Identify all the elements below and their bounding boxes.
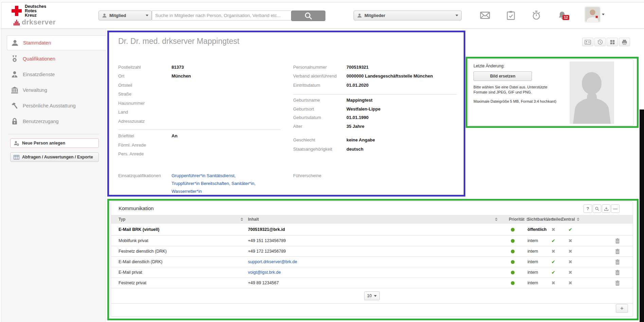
queries-exports-button[interactable]: Abfragen / Auswertungen / Exporte: [10, 152, 99, 162]
qualification-link[interactable]: Truppführer*in Bereitschaften, Sanitäter…: [172, 180, 255, 187]
field-row: Ortsteil: [118, 83, 172, 88]
qualification-link[interactable]: Wasserretter*in: [172, 187, 255, 195]
cell-sichtbarkeit: intern: [525, 259, 546, 264]
sort-icon[interactable]: [495, 218, 498, 221]
lock-icon: [11, 118, 18, 125]
table-toolbar: ? —: [584, 204, 620, 213]
field-row: Postleitzahl81373: [118, 65, 184, 70]
sidebar-item-benutzerzugang[interactable]: Benutzerzugang: [1, 114, 106, 129]
section-divider: [293, 94, 457, 95]
side-button-label: Neue Person anlegen: [22, 141, 65, 146]
table-row[interactable]: Festnetz dienstlich (DRK) +49 172 123456…: [111, 246, 633, 256]
upload-hint: Bitte wählen Sie eine Datei aus. Unterst…: [473, 85, 556, 95]
field-row: Führerscheine: [293, 173, 346, 179]
drkserver-app: Deutsches Rotes Kreuz drkserver Mitglied: [0, 0, 644, 322]
page-size-value: 10: [367, 293, 372, 298]
add-entry-button[interactable]: +: [616, 304, 628, 313]
collapse-icon[interactable]: —: [611, 204, 620, 213]
notification-badge: 12: [562, 15, 569, 20]
qualification-link[interactable]: Gruppenführer*in Sanitätsdienst,: [172, 172, 255, 180]
trash-icon[interactable]: [615, 270, 620, 275]
cell-sichtbarkeit: intern: [525, 238, 546, 243]
chevron-down-icon: [374, 295, 377, 297]
cell-typ: Festnetz dienstlich (DRK): [111, 249, 248, 254]
user-menu-caret[interactable]: [602, 14, 605, 15]
search-icon[interactable]: [593, 204, 601, 213]
trash-icon[interactable]: [615, 280, 620, 286]
replace-image-button[interactable]: Bild ersetzen: [473, 71, 532, 81]
sidebar-item-label: Verwaltung: [23, 87, 47, 93]
content-toolbar: [582, 38, 630, 46]
column-header-prioritaet[interactable]: Priorität: [500, 217, 525, 222]
field-row: OrtMünchen: [118, 73, 191, 79]
table-row[interactable]: E-Mail dienstlich (DRK) support.drkserve…: [111, 256, 633, 267]
drkserver-wordmark: drkserver: [14, 19, 56, 26]
column-header-typ[interactable]: Typ: [111, 217, 248, 222]
sort-icon[interactable]: [577, 218, 579, 221]
column-header-zentral[interactable]: Zentral: [561, 217, 580, 222]
page-size-select[interactable]: 10: [364, 291, 380, 300]
trash-icon[interactable]: [615, 249, 620, 254]
zentral-mark: ✖: [568, 270, 572, 275]
search-button[interactable]: [291, 11, 325, 21]
field-row: Verband aktenführend0000000 Landesgeschä…: [293, 73, 433, 79]
sort-icon[interactable]: [240, 218, 243, 221]
export-icon[interactable]: [602, 204, 610, 213]
priority-dot: [500, 250, 525, 253]
table-row[interactable]: E-Mail privat voigt@lgst.brk.de intern ✔…: [111, 267, 633, 277]
column-header-inhalt[interactable]: Inhalt: [248, 217, 500, 222]
priority-dot: [500, 281, 525, 285]
cell-sichtbarkeit: intern: [525, 270, 546, 275]
column-header-verteiler[interactable]: Verteiler: [546, 217, 561, 222]
module-select[interactable]: Mitglieder: [354, 11, 462, 20]
person-add-icon: [14, 140, 19, 146]
print-icon[interactable]: [619, 38, 630, 46]
chevron-down-icon: [455, 15, 458, 16]
cell-typ: E-Mail dienstlich (DRK): [111, 259, 248, 264]
cell-sichtbarkeit: intern: [525, 281, 546, 285]
trash-icon[interactable]: [615, 259, 620, 265]
user-avatar[interactable]: [585, 7, 600, 22]
tiles-icon[interactable]: [607, 38, 618, 46]
field-row: GeburtsortWestfalen-Lippe: [293, 106, 380, 112]
help-icon[interactable]: ?: [584, 204, 592, 213]
sidebar-item-qualifikationen[interactable]: Qualifikationen: [1, 51, 106, 67]
tasks-icon[interactable]: [505, 10, 517, 21]
table-row[interactable]: Festnetz privat +49 89 1234567 intern ✖ …: [111, 277, 633, 288]
zentral-mark: ✖: [568, 259, 572, 265]
field-row: Förml. Anrede: [118, 142, 172, 148]
search-scope-select[interactable]: Mitglied: [99, 11, 152, 20]
field-row: Personalnummer700519321: [293, 65, 369, 70]
table-row[interactable]: Mobilfunk privat +49 151 123456789 inter…: [111, 235, 633, 246]
person-icon: [357, 13, 362, 18]
cell-typ: E-Mail BRK (virtuell): [111, 227, 248, 232]
search-scope-label: Mitglied: [109, 13, 126, 18]
sidebar-item-verwaltung[interactable]: Verwaltung: [1, 82, 106, 98]
scrollbar[interactable]: [640, 109, 644, 322]
search-icon: [304, 12, 313, 20]
search-input[interactable]: [152, 11, 291, 20]
priority-dot: [500, 239, 525, 243]
history-icon[interactable]: [594, 38, 606, 46]
table-row[interactable]: E-Mail BRK (virtuell) 700519321@brk.id ö…: [111, 224, 633, 235]
field-row: Einsatzqualifikationen: [118, 173, 172, 179]
notifications-icon[interactable]: 12: [556, 10, 568, 21]
contact-card-icon[interactable]: [582, 38, 593, 46]
priority-dot: [500, 260, 525, 264]
column-header-sichtbarkeit[interactable]: Sichtbark...: [525, 217, 546, 222]
verteiler-mark: ✖: [551, 280, 555, 286]
sidebar-item-stammdaten[interactable]: Stammdaten: [7, 35, 106, 50]
reminder-icon[interactable]: [531, 10, 542, 21]
sidebar-item-label: Stammdaten: [23, 40, 51, 46]
mail-icon[interactable]: [479, 10, 491, 21]
field-row: Eintrittsdatum01.01.2020: [293, 83, 369, 88]
sidebar-item-einsatzdienste[interactable]: Einsatzdienste: [1, 67, 106, 82]
zentral-mark: ✖: [568, 280, 572, 286]
sidebar-item-persoenliche-ausstattung[interactable]: Persönliche Ausstattung: [1, 98, 106, 114]
bank-icon: [11, 86, 18, 94]
zentral-mark: ✖: [568, 249, 572, 254]
section-divider: [118, 130, 281, 130]
field-row: Straße: [118, 91, 172, 97]
new-person-button[interactable]: Neue Person anlegen: [10, 138, 99, 148]
trash-icon[interactable]: [615, 238, 620, 243]
